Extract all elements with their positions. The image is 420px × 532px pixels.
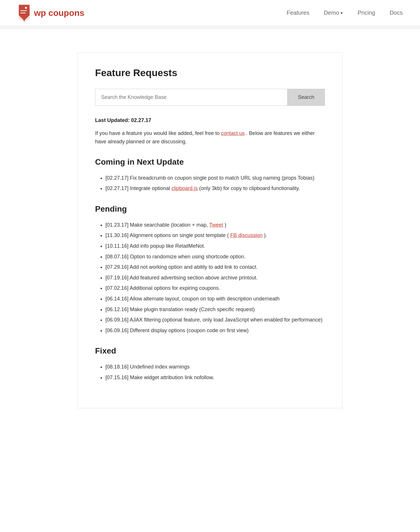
list-item: [08.07.16] Option to randomize when usin… — [105, 252, 325, 261]
search-bar: Search — [95, 89, 325, 106]
search-button[interactable]: Search — [287, 89, 325, 106]
content-card: Feature Requests Search Last Updated: 02… — [77, 52, 343, 408]
nav-demo-label: Demo — [324, 10, 339, 16]
section-heading-coming-next: Coming in Next Update — [95, 157, 325, 167]
list-item: [07.19.16] Add featured advertising sect… — [105, 273, 325, 282]
list-item-link[interactable]: Tweet — [209, 222, 223, 228]
main-nav: Features Demo Pricing Docs — [287, 10, 403, 16]
nav-pricing[interactable]: Pricing — [357, 10, 375, 16]
section-heading-pending: Pending — [95, 204, 325, 214]
site-header: wp coupons Features Demo Pricing Docs — [0, 0, 420, 26]
logo-text: wp coupons — [34, 8, 84, 18]
logo-coupons: coupons — [48, 8, 84, 18]
list-item: [06.09.16] Different display options (co… — [105, 326, 325, 335]
list-item: [08.18.16] Undefined index warnings — [105, 362, 325, 371]
section-pending: Pending[01.23.17] Make searchable (locat… — [95, 204, 325, 335]
feature-list-coming-next: [02.27.17] Fix breadcrumb on coupon sing… — [95, 174, 325, 193]
list-item-link[interactable]: clipboard.js — [171, 185, 198, 191]
list-item: [06.09.16] AJAX filtering (optional feat… — [105, 315, 325, 324]
logo-link[interactable]: wp coupons — [17, 4, 84, 22]
intro-text: If you have a feature you would like add… — [95, 129, 325, 146]
feature-list-fixed: [08.18.16] Undefined index warnings[07.1… — [95, 362, 325, 382]
list-item: [07.02.16] Additional options for expiri… — [105, 284, 325, 293]
list-item: [07.15.16] Make widget attribution link … — [105, 373, 325, 382]
top-bar-divider — [0, 26, 420, 29]
nav-docs[interactable]: Docs — [389, 10, 403, 16]
section-coming-next: Coming in Next Update[02.27.17] Fix brea… — [95, 157, 325, 193]
nav-demo[interactable]: Demo — [324, 10, 343, 16]
intro-before-link: If you have a feature you would like add… — [95, 130, 220, 136]
page-title: Feature Requests — [95, 67, 325, 78]
svg-point-0 — [25, 7, 27, 9]
list-item: [01.23.17] Make searchable (location + m… — [105, 221, 325, 230]
list-item: [02.27.17] Fix breadcrumb on coupon sing… — [105, 174, 325, 183]
list-item: [07.29.16] Add not working option and ab… — [105, 263, 325, 272]
search-input[interactable] — [95, 89, 287, 106]
list-item-link[interactable]: FB discussion — [230, 232, 262, 238]
contact-us-link[interactable]: contact us — [221, 130, 245, 136]
section-heading-fixed: Fixed — [95, 346, 325, 356]
list-item: [06.12.16] Make plugin translation ready… — [105, 305, 325, 314]
list-item: [10.11.16] Add info popup like RetailMeN… — [105, 242, 325, 251]
chevron-down-icon — [340, 12, 343, 14]
page-wrapper: Feature Requests Search Last Updated: 02… — [66, 29, 354, 431]
nav-features[interactable]: Features — [287, 10, 309, 16]
sections-container: Coming in Next Update[02.27.17] Fix brea… — [95, 157, 325, 382]
section-fixed: Fixed[08.18.16] Undefined index warnings… — [95, 346, 325, 382]
logo-icon — [17, 4, 31, 22]
list-item: [06.14.16] Allow alternate layout, coupo… — [105, 294, 325, 303]
list-item: [11.30.16] Alignment options on single p… — [105, 231, 325, 240]
last-updated: Last Updated: 02.27.17 — [95, 117, 325, 123]
logo-wp: wp — [34, 8, 46, 18]
list-item: [02.27.17] Integrate optional clipboard.… — [105, 184, 325, 193]
feature-list-pending: [01.23.17] Make searchable (location + m… — [95, 221, 325, 335]
